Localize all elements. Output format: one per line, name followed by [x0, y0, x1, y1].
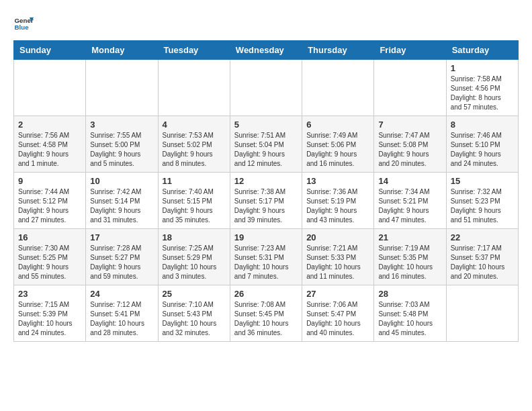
calendar-cell: 26Sunrise: 7:08 AM Sunset: 5:45 PM Dayli… — [230, 285, 302, 342]
calendar-cell: 17Sunrise: 7:28 AM Sunset: 5:27 PM Dayli… — [86, 229, 158, 285]
day-info: Sunrise: 7:23 AM Sunset: 5:31 PM Dayligh… — [234, 244, 298, 281]
calendar-week-row: 16Sunrise: 7:30 AM Sunset: 5:25 PM Dayli… — [14, 229, 519, 285]
day-info: Sunrise: 7:56 AM Sunset: 4:58 PM Dayligh… — [18, 131, 81, 169]
day-number: 13 — [306, 176, 369, 186]
calendar-cell: 7Sunrise: 7:47 AM Sunset: 5:08 PM Daylig… — [374, 116, 446, 173]
calendar-table: SundayMondayTuesdayWednesdayThursdayFrid… — [13, 40, 519, 342]
calendar-cell: 18Sunrise: 7:25 AM Sunset: 5:29 PM Dayli… — [158, 229, 230, 285]
calendar-cell: 1Sunrise: 7:58 AM Sunset: 4:56 PM Daylig… — [446, 60, 518, 116]
day-number: 14 — [378, 176, 441, 186]
day-info: Sunrise: 7:40 AM Sunset: 5:15 PM Dayligh… — [163, 187, 226, 225]
calendar-cell: 15Sunrise: 7:32 AM Sunset: 5:23 PM Dayli… — [446, 173, 518, 229]
calendar-cell: 22Sunrise: 7:17 AM Sunset: 5:37 PM Dayli… — [446, 229, 518, 285]
calendar-cell — [86, 60, 158, 116]
day-number: 1 — [451, 63, 514, 73]
day-info: Sunrise: 7:06 AM Sunset: 5:47 PM Dayligh… — [306, 300, 369, 338]
day-info: Sunrise: 7:19 AM Sunset: 5:35 PM Dayligh… — [378, 244, 441, 281]
day-info: Sunrise: 7:21 AM Sunset: 5:33 PM Dayligh… — [306, 244, 369, 281]
calendar-cell: 5Sunrise: 7:51 AM Sunset: 5:04 PM Daylig… — [230, 116, 302, 173]
day-number: 15 — [451, 176, 514, 186]
calendar-day-header: Saturday — [446, 41, 518, 60]
day-info: Sunrise: 7:58 AM Sunset: 4:56 PM Dayligh… — [451, 75, 514, 112]
calendar-cell: 20Sunrise: 7:21 AM Sunset: 5:33 PM Dayli… — [302, 229, 374, 285]
day-number: 25 — [163, 289, 226, 299]
calendar-day-header: Thursday — [302, 41, 374, 60]
calendar-cell — [158, 60, 230, 116]
day-info: Sunrise: 7:55 AM Sunset: 5:00 PM Dayligh… — [90, 131, 153, 169]
day-number: 21 — [378, 232, 441, 242]
logo: General Blue — [13, 13, 36, 34]
day-number: 9 — [18, 176, 81, 186]
day-number: 17 — [90, 232, 153, 242]
day-info: Sunrise: 7:44 AM Sunset: 5:12 PM Dayligh… — [18, 187, 81, 225]
day-number: 24 — [90, 289, 153, 299]
calendar-cell — [14, 60, 86, 116]
day-number: 7 — [378, 120, 441, 130]
calendar-cell: 16Sunrise: 7:30 AM Sunset: 5:25 PM Dayli… — [14, 229, 86, 285]
day-number: 28 — [378, 289, 441, 299]
day-number: 6 — [306, 120, 369, 130]
calendar-cell: 25Sunrise: 7:10 AM Sunset: 5:43 PM Dayli… — [158, 285, 230, 342]
day-info: Sunrise: 7:12 AM Sunset: 5:41 PM Dayligh… — [90, 300, 153, 338]
calendar-cell: 19Sunrise: 7:23 AM Sunset: 5:31 PM Dayli… — [230, 229, 302, 285]
day-info: Sunrise: 7:38 AM Sunset: 5:17 PM Dayligh… — [234, 187, 298, 225]
calendar-header-row: SundayMondayTuesdayWednesdayThursdayFrid… — [14, 41, 519, 60]
calendar-day-header: Friday — [374, 41, 446, 60]
day-number: 3 — [90, 120, 153, 130]
calendar-cell — [230, 60, 302, 116]
calendar-cell: 2Sunrise: 7:56 AM Sunset: 4:58 PM Daylig… — [14, 116, 86, 173]
calendar-day-header: Wednesday — [230, 41, 302, 60]
calendar-week-row: 23Sunrise: 7:15 AM Sunset: 5:39 PM Dayli… — [14, 285, 519, 342]
calendar-cell: 13Sunrise: 7:36 AM Sunset: 5:19 PM Dayli… — [302, 173, 374, 229]
calendar-week-row: 1Sunrise: 7:58 AM Sunset: 4:56 PM Daylig… — [14, 60, 519, 116]
day-number: 26 — [234, 289, 298, 299]
day-info: Sunrise: 7:03 AM Sunset: 5:48 PM Dayligh… — [378, 300, 441, 338]
calendar-cell: 8Sunrise: 7:46 AM Sunset: 5:10 PM Daylig… — [446, 116, 518, 173]
calendar-cell: 6Sunrise: 7:49 AM Sunset: 5:06 PM Daylig… — [302, 116, 374, 173]
calendar-cell: 10Sunrise: 7:42 AM Sunset: 5:14 PM Dayli… — [86, 173, 158, 229]
calendar-cell: 28Sunrise: 7:03 AM Sunset: 5:48 PM Dayli… — [374, 285, 446, 342]
day-number: 10 — [90, 176, 153, 186]
calendar-cell — [374, 60, 446, 116]
day-number: 12 — [234, 176, 298, 186]
day-info: Sunrise: 7:34 AM Sunset: 5:21 PM Dayligh… — [378, 187, 441, 225]
calendar-cell: 23Sunrise: 7:15 AM Sunset: 5:39 PM Dayli… — [14, 285, 86, 342]
calendar-cell: 9Sunrise: 7:44 AM Sunset: 5:12 PM Daylig… — [14, 173, 86, 229]
day-info: Sunrise: 7:51 AM Sunset: 5:04 PM Dayligh… — [234, 131, 298, 169]
calendar-cell: 3Sunrise: 7:55 AM Sunset: 5:00 PM Daylig… — [86, 116, 158, 173]
day-number: 11 — [163, 176, 226, 186]
day-number: 20 — [306, 232, 369, 242]
day-info: Sunrise: 7:28 AM Sunset: 5:27 PM Dayligh… — [90, 244, 153, 281]
calendar-cell: 11Sunrise: 7:40 AM Sunset: 5:15 PM Dayli… — [158, 173, 230, 229]
day-info: Sunrise: 7:17 AM Sunset: 5:37 PM Dayligh… — [451, 244, 514, 281]
calendar-cell: 24Sunrise: 7:12 AM Sunset: 5:41 PM Dayli… — [86, 285, 158, 342]
calendar-cell — [302, 60, 374, 116]
calendar-day-header: Sunday — [14, 41, 86, 60]
day-number: 19 — [234, 232, 298, 242]
day-number: 5 — [234, 120, 298, 130]
day-info: Sunrise: 7:32 AM Sunset: 5:23 PM Dayligh… — [451, 187, 514, 225]
page-header: General Blue — [13, 13, 519, 34]
calendar-week-row: 2Sunrise: 7:56 AM Sunset: 4:58 PM Daylig… — [14, 116, 519, 173]
calendar-day-header: Tuesday — [158, 41, 230, 60]
svg-text:Blue: Blue — [15, 24, 30, 31]
day-info: Sunrise: 7:10 AM Sunset: 5:43 PM Dayligh… — [163, 300, 226, 338]
day-number: 22 — [451, 232, 514, 242]
day-number: 23 — [18, 289, 81, 299]
day-info: Sunrise: 7:53 AM Sunset: 5:02 PM Dayligh… — [163, 131, 226, 169]
day-info: Sunrise: 7:36 AM Sunset: 5:19 PM Dayligh… — [306, 187, 369, 225]
day-number: 8 — [451, 120, 514, 130]
logo-icon: General Blue — [13, 13, 34, 34]
day-info: Sunrise: 7:46 AM Sunset: 5:10 PM Dayligh… — [451, 131, 514, 169]
day-info: Sunrise: 7:42 AM Sunset: 5:14 PM Dayligh… — [90, 187, 153, 225]
day-info: Sunrise: 7:47 AM Sunset: 5:08 PM Dayligh… — [378, 131, 441, 169]
calendar-cell: 27Sunrise: 7:06 AM Sunset: 5:47 PM Dayli… — [302, 285, 374, 342]
day-info: Sunrise: 7:30 AM Sunset: 5:25 PM Dayligh… — [18, 244, 81, 281]
calendar-cell — [446, 285, 518, 342]
day-number: 2 — [18, 120, 81, 130]
calendar-day-header: Monday — [86, 41, 158, 60]
day-number: 16 — [18, 232, 81, 242]
calendar-week-row: 9Sunrise: 7:44 AM Sunset: 5:12 PM Daylig… — [14, 173, 519, 229]
calendar-cell: 4Sunrise: 7:53 AM Sunset: 5:02 PM Daylig… — [158, 116, 230, 173]
day-number: 4 — [163, 120, 226, 130]
